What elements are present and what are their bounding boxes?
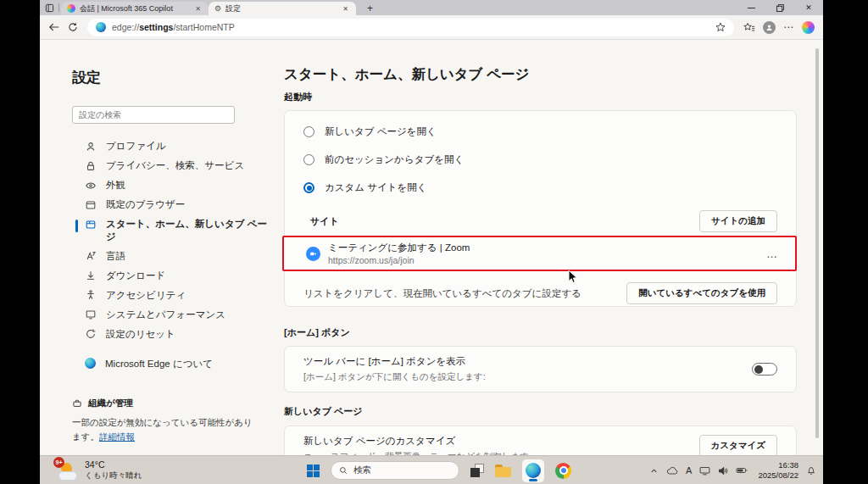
back-icon[interactable] [48, 21, 60, 33]
radio-open-new-tab[interactable]: 新しいタブ ページを開く [303, 118, 777, 146]
start-home-tabs-icon [85, 219, 97, 231]
sidebar-item-appearance[interactable]: 外観 [72, 175, 284, 195]
tab-title: 会話 | Microsoft 365 Copilot [80, 3, 189, 14]
clear-list-text: リストをクリアして、現在開いているすべてのタブに設定する [303, 287, 581, 300]
site-more-options-icon[interactable]: … [766, 248, 778, 260]
toggle-knob [754, 365, 763, 374]
refresh-icon[interactable] [68, 22, 78, 32]
radio-icon[interactable] [303, 154, 314, 165]
customize-button[interactable]: カスタマイズ [699, 435, 777, 455]
task-view-icon[interactable] [470, 464, 484, 477]
downloads-icon [85, 270, 97, 281]
use-all-open-tabs-button[interactable]: 開いているすべてのタブを使用 [626, 282, 777, 304]
new-tab-heading: 新しいタブ ページ [284, 405, 363, 418]
restore-button[interactable] [765, 0, 794, 15]
ime-indicator[interactable]: A [686, 465, 692, 476]
radio-icon-selected[interactable] [303, 182, 314, 193]
tab-title: 設定 [225, 3, 337, 14]
search-icon [339, 466, 348, 475]
weather-condition: くもり時々晴れ [85, 470, 142, 481]
weather-temp: 34°C [85, 459, 142, 470]
settings-sidebar: 設定 プロファイル プライバシー、検索、サービス 外観 既定のブラウザ [40, 40, 284, 455]
tray-chevron-icon[interactable] [649, 466, 659, 476]
selected-indicator [75, 220, 78, 232]
learn-more-link[interactable]: 詳細情報 [99, 431, 135, 442]
sidebar-item-default-browser[interactable]: 既定のブラウザー [72, 195, 284, 214]
tab-close-icon[interactable]: ✕ [341, 5, 350, 13]
page-scrollbar[interactable] [815, 48, 819, 438]
settings-main-panel: スタート、ホーム、新しいタブ ページ 起動時 新しいタブ ページを開く 前のセッ… [284, 40, 799, 455]
file-explorer-icon[interactable] [495, 465, 511, 477]
taskbar-clock[interactable]: 16:38 2025/08/22 [758, 460, 798, 481]
mouse-cursor [567, 270, 579, 285]
copilot-favicon-icon [67, 4, 75, 13]
notification-badge: 9+ [53, 457, 64, 468]
radio-open-custom-sites[interactable]: カスタム サイトを開く [303, 174, 777, 202]
home-toggle-label: ツール バーに [ホーム] ボタンを表示 [303, 355, 486, 368]
sidebar-item-downloads[interactable]: ダウンロード [72, 266, 284, 286]
start-button[interactable] [307, 465, 320, 477]
home-button-toggle[interactable] [752, 363, 777, 376]
notification-bell-icon[interactable] [806, 465, 816, 476]
sidebar-item-start-home-newtab[interactable]: スタート、ホーム、新しいタブ ページ [72, 214, 284, 247]
site-entry-highlighted[interactable]: ミーティングに参加する | Zoom https://zoom.us/ja/jo… [282, 236, 797, 271]
sidebar-item-privacy[interactable]: プライバシー、検索、サービス [72, 156, 284, 175]
favorites-hub-icon[interactable] [743, 22, 755, 33]
gear-favicon-icon: ⚙ [214, 5, 221, 13]
clock-date: 2025/08/22 [758, 470, 798, 481]
clock-time: 16:38 [758, 460, 798, 470]
speaker-icon[interactable] [718, 466, 728, 476]
settings-page: 設定 プロファイル プライバシー、検索、サービス 外観 既定のブラウザ [40, 40, 823, 455]
settings-search-input[interactable] [72, 106, 235, 124]
close-window-button[interactable]: ✕ [794, 0, 823, 15]
sidebar-nav: プロファイル プライバシー、検索、サービス 外観 既定のブラウザー [72, 136, 284, 374]
home-button-heading: [ホーム] ボタン [284, 326, 350, 339]
favorite-star-icon[interactable] [715, 22, 726, 32]
radio-open-previous-session[interactable]: 前のセッションからタブを開く [303, 146, 777, 174]
chrome-taskbar-icon[interactable] [555, 463, 571, 479]
sidebar-item-reset-settings[interactable]: 設定のリセット [72, 325, 284, 344]
add-site-button[interactable]: サイトの追加 [699, 210, 777, 232]
tab-close-icon[interactable]: ✕ [193, 5, 203, 13]
accessibility-icon [85, 289, 97, 301]
zoom-favicon-icon [306, 247, 320, 261]
battery-icon[interactable] [736, 466, 748, 475]
tab-divider [58, 3, 59, 12]
virtual-screen: 会話 | Microsoft 365 Copilot ✕ ⚙ 設定 ✕ + ✕ [40, 0, 823, 484]
languages-icon [85, 250, 97, 262]
sidebar-item-languages[interactable]: 言語 [72, 247, 284, 266]
managed-notice: 組織が管理 一部の設定が無効になっている可能性があります。詳細情報 [72, 398, 257, 445]
briefcase-icon [72, 398, 82, 409]
taskbar-search[interactable]: 検索 [331, 461, 459, 480]
site-title: ミーティングに参加する | Zoom [328, 242, 470, 254]
sidebar-item-system-performance[interactable]: システムとパフォーマンス [72, 305, 284, 325]
window-controls: ✕ [737, 0, 823, 15]
settings-menu-icon[interactable]: ⋯ [783, 21, 794, 33]
sites-heading: サイト [310, 215, 339, 228]
appearance-icon [85, 180, 97, 192]
reset-settings-icon [85, 328, 97, 340]
home-toggle-sub: [ホーム] ボタンが下に開くものを設定します: [303, 371, 486, 383]
minimize-button[interactable] [737, 0, 765, 15]
tab-copilot[interactable]: 会話 | Microsoft 365 Copilot ✕ [61, 2, 209, 15]
weather-icon: 9+ [57, 460, 79, 481]
sidebar-item-accessibility[interactable]: アクセシビリティ [72, 286, 284, 305]
tab-workspaces-icon[interactable] [40, 0, 58, 15]
edge-taskbar-icon[interactable] [522, 459, 544, 482]
sidebar-item-profiles[interactable]: プロファイル [72, 136, 284, 156]
customize-row-title: 新しいタブ ページのカスタマイズ [303, 435, 529, 448]
radio-icon[interactable] [303, 126, 314, 137]
tab-settings[interactable]: ⚙ 設定 ✕ [209, 2, 356, 15]
new-tab-button[interactable]: + [364, 3, 376, 14]
sidebar-title: 設定 [72, 68, 284, 87]
browser-tab-strip: 会話 | Microsoft 365 Copilot ✕ ⚙ 設定 ✕ + ✕ [40, 0, 823, 15]
onedrive-cloud-icon[interactable] [666, 466, 678, 476]
page-title: スタート、ホーム、新しいタブ ページ [284, 65, 529, 84]
cast-screen-icon[interactable] [699, 466, 710, 476]
address-bar[interactable]: edge://settings/startHomeNTP [87, 19, 734, 36]
copilot-icon[interactable] [802, 21, 815, 34]
windows-taskbar: 9+ 34°C くもり時々晴れ 検索 A [40, 455, 823, 484]
profile-avatar[interactable] [763, 21, 776, 34]
weather-widget[interactable]: 9+ 34°C くもり時々晴れ [57, 459, 142, 481]
sidebar-item-about-edge[interactable]: Microsoft Edge について [72, 354, 284, 374]
